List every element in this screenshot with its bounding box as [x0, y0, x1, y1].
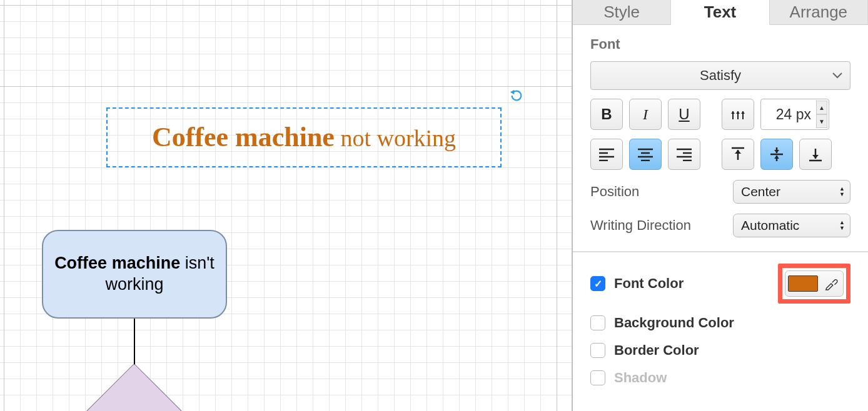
tab-arrange[interactable]: Arrange: [770, 0, 868, 24]
selected-text-shape[interactable]: Coffee machine not working: [106, 107, 502, 167]
background-color-label: Background Color: [614, 315, 734, 331]
checkbox-unchecked-icon: [590, 343, 605, 358]
font-family-value: Satisfy: [700, 67, 741, 84]
format-sidebar: Style Text Arrange Font Satisfy B I U 24…: [572, 0, 868, 411]
diagram-canvas[interactable]: Coffee machine not working Coffee machin…: [0, 0, 572, 411]
checkbox-unchecked-icon: [590, 315, 605, 330]
font-size-up[interactable]: ▲: [816, 101, 827, 114]
tab-text[interactable]: Text: [671, 0, 769, 25]
font-size-input[interactable]: 24 px ▲ ▼: [760, 99, 829, 130]
position-select[interactable]: Center ▲▼: [733, 180, 850, 204]
position-value: Center: [741, 184, 780, 199]
tab-style[interactable]: Style: [573, 0, 671, 24]
bold-button[interactable]: B: [590, 99, 623, 130]
font-color-label: Font Color: [614, 275, 684, 292]
shadow-label: Shadow: [614, 370, 667, 386]
font-section: Font Satisfy B I U 24 px ▲ ▼: [573, 25, 868, 252]
flow-node-text: Coffee machine isn't working: [54, 253, 214, 295]
font-size-down[interactable]: ▼: [816, 114, 827, 128]
font-size-value: 24 px: [776, 106, 811, 123]
format-tabs: Style Text Arrange: [573, 0, 868, 25]
title-text: Coffee machine not working: [152, 124, 456, 151]
valign-bottom-button[interactable]: [799, 139, 832, 170]
writing-direction-label: Writing Direction: [590, 217, 691, 234]
shadow-checkbox[interactable]: Shadow: [590, 370, 667, 386]
writing-direction-value: Automatic: [741, 218, 799, 233]
chevron-down-icon: [832, 72, 842, 79]
font-family-select[interactable]: Satisfy: [590, 61, 850, 90]
color-section: ✓ Font Color Background Color: [573, 252, 868, 411]
checkbox-checked-icon: ✓: [590, 276, 605, 291]
italic-button[interactable]: I: [629, 99, 662, 130]
align-right-button[interactable]: [668, 139, 700, 170]
updown-icon: ▲▼: [839, 186, 845, 197]
flow-node-start[interactable]: Coffee machine isn't working: [42, 230, 227, 319]
background-color-checkbox[interactable]: Background Color: [590, 315, 734, 331]
align-left-button[interactable]: [590, 139, 623, 170]
grid-major-h: [0, 86, 572, 87]
grid-major-v: [557, 0, 557, 411]
border-color-label: Border Color: [614, 342, 699, 359]
highlight-annotation: [778, 264, 850, 304]
vertical-text-button[interactable]: [722, 99, 754, 130]
font-color-checkbox[interactable]: ✓ Font Color: [590, 275, 684, 292]
position-label: Position: [590, 184, 639, 200]
flow-node-decision[interactable]: [69, 364, 199, 411]
valign-top-button[interactable]: [722, 139, 754, 170]
rotate-handle-icon[interactable]: [510, 89, 523, 102]
font-section-title: Font: [590, 36, 850, 52]
checkbox-unchecked-icon: [590, 370, 605, 385]
border-color-checkbox[interactable]: Border Color: [590, 342, 699, 359]
eyedropper-button[interactable]: [822, 274, 840, 293]
updown-icon: ▲▼: [839, 220, 845, 231]
grid-major-h: [0, 5, 572, 6]
font-color-swatch[interactable]: [788, 275, 818, 292]
underline-button[interactable]: U: [668, 99, 700, 130]
font-color-controls: [785, 270, 844, 297]
grid-major-v: [4, 0, 4, 411]
align-center-button[interactable]: [629, 139, 662, 170]
valign-middle-button[interactable]: [760, 139, 793, 170]
writing-direction-select[interactable]: Automatic ▲▼: [733, 214, 850, 237]
